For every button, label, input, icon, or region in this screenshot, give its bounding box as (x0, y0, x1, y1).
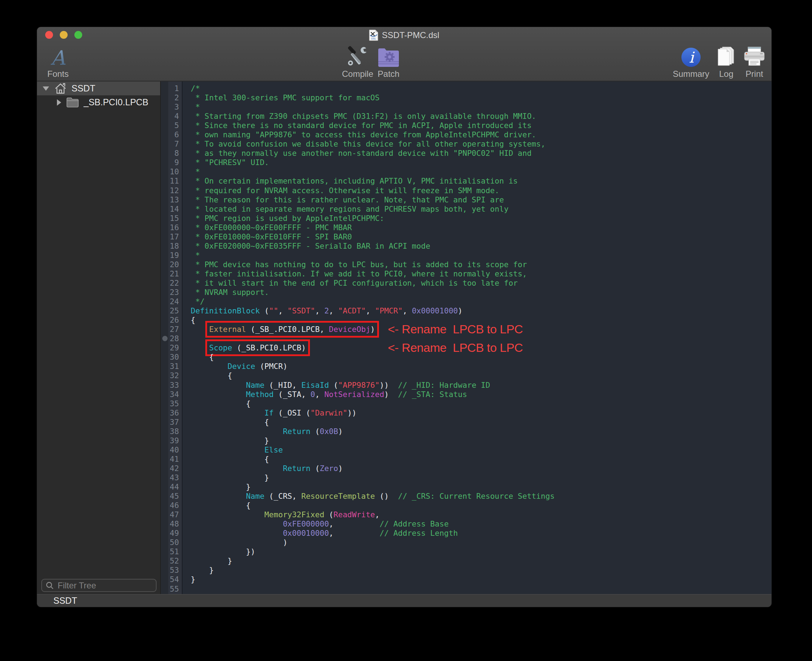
patch-button[interactable]: Patch (360, 43, 417, 79)
code-token: // _STA: Status (398, 390, 467, 399)
code-line[interactable]: 45 Name (_CRS, ResourceTemplate () // _C… (161, 492, 771, 501)
code-text: } (183, 436, 269, 445)
code-line[interactable]: 2 * Intel 300-series PMC support for mac… (161, 93, 771, 102)
line-number: 19 (161, 251, 183, 260)
code-text: Method (_STA, 0, NotSerialized) // _STA:… (183, 390, 467, 399)
code-line[interactable]: 19 * (161, 251, 771, 260)
code-line[interactable]: 55 (161, 584, 771, 594)
code-line[interactable]: 29 Scope (_SB.PCI0.LPCB)<- Rename LPCB t… (161, 343, 771, 353)
code-text: * 0xFE000000~0xFE00FFFF - PMC MBAR (183, 223, 352, 232)
code-line[interactable]: 10 * (161, 167, 771, 176)
code-token: ) (384, 390, 398, 399)
line-number: 37 (161, 418, 183, 427)
code-line[interactable]: 14 * located in separate memory regions … (161, 204, 771, 214)
line-number: 1 (161, 84, 183, 93)
code-line[interactable]: 41 { (161, 455, 771, 464)
code-line[interactable]: 22 * it will start in the end of PCI con… (161, 279, 771, 288)
code-line[interactable]: 43 } (161, 473, 771, 482)
code-line[interactable]: 6 * own naming "APP9876" to access this … (161, 130, 771, 139)
code-token: ) (458, 306, 463, 315)
code-line[interactable]: 51 }) (161, 547, 771, 556)
code-token: * PMC region is used by AppleIntelPCHPMC… (191, 214, 384, 223)
code-line[interactable]: 11 * On certain implementations, includi… (161, 176, 771, 186)
code-line[interactable]: 49 0x00010000, // Address Length (161, 528, 771, 538)
code-line[interactable]: 33 Name (_HID, EisaId ("APP9876")) // _H… (161, 381, 771, 390)
code-line[interactable]: 31 Device (PMCR) (161, 362, 771, 371)
code-text (183, 584, 191, 593)
code-line[interactable]: 42 Return (Zero) (161, 464, 771, 473)
code-line[interactable]: 12 * required for NVRAM access. Otherwis… (161, 186, 771, 195)
code-line[interactable]: 32 { (161, 371, 771, 380)
filter-tree-field[interactable] (41, 579, 157, 592)
code-line[interactable]: 21 * faster initialisation. If we add it… (161, 269, 771, 279)
code-line[interactable]: 30 { (161, 353, 771, 362)
code-text: * "PCHRESV" UID. (183, 158, 269, 167)
code-token: , (315, 306, 324, 315)
code-line[interactable]: 40 Else (161, 445, 771, 455)
print-button[interactable]: Print (726, 43, 771, 79)
sidebar-item-sb-pci0-lpcb[interactable]: _SB.PCI0.LPCB (37, 95, 160, 109)
code-line[interactable]: 20 * PMC device has nothing to do to LPC… (161, 260, 771, 269)
disclosure-closed-icon[interactable] (57, 99, 61, 105)
code-line[interactable]: 5 * Since there is no standard device fo… (161, 121, 771, 130)
code-editor[interactable]: 1/*2 * Intel 300-series PMC support for … (161, 81, 771, 594)
code-line[interactable]: 16 * 0xFE000000~0xFE00FFFF - PMC MBAR (161, 223, 771, 232)
code-line[interactable]: 13 * The reason for this is rather uncle… (161, 195, 771, 204)
code-text: { (183, 418, 269, 426)
code-token: 0x00010000 (283, 528, 329, 538)
code-text: * own naming "APP9876" to access this de… (183, 130, 536, 139)
code-line[interactable]: 25DefinitionBlock ("", "SSDT", 2, "ACDT"… (161, 306, 771, 316)
code-line[interactable]: 15 * PMC region is used by AppleIntelPCH… (161, 214, 771, 223)
fonts-toolbar-button[interactable]: A Fonts (37, 43, 86, 79)
code-token (191, 445, 264, 454)
code-token: EisaId (301, 381, 329, 390)
code-line[interactable]: 39 } (161, 436, 771, 445)
filter-tree-input[interactable] (57, 580, 147, 591)
code-token: 2 (324, 306, 329, 315)
code-line[interactable]: 17 * 0xFE010000~0xFE010FFF - SPI BAR0 (161, 232, 771, 241)
code-line[interactable]: 38 Return (0x0B) (161, 427, 771, 436)
disclosure-open-icon[interactable] (43, 86, 49, 91)
code-text: External (_SB_.PCI0.LPCB, DeviceObj) (183, 325, 375, 334)
code-line[interactable]: 7 * To avoid confusion we disable this d… (161, 139, 771, 149)
code-token: (_HID, (264, 381, 301, 390)
line-number: 54 (161, 575, 183, 584)
code-token: }) (191, 547, 255, 556)
code-text: * required for NVRAM access. Otherwise i… (183, 186, 499, 195)
code-line[interactable]: 35 { (161, 399, 771, 409)
code-line[interactable]: 47 Memory32Fixed (ReadWrite, (161, 510, 771, 519)
code-line[interactable]: 34 Method (_STA, 0, NotSerialized) // _S… (161, 390, 771, 399)
code-line[interactable]: 23 * NVRAM support. (161, 288, 771, 297)
code-line[interactable]: 53 } (161, 566, 771, 575)
code-line[interactable]: 4 * Starting from Z390 chipsets PMC (D31… (161, 112, 771, 121)
code-line[interactable]: 24 */ (161, 297, 771, 306)
code-line[interactable]: 9 * "PCHRESV" UID. (161, 158, 771, 167)
line-number: 32 (161, 371, 183, 380)
code-line[interactable]: 52 } (161, 556, 771, 566)
code-line[interactable]: 37 { (161, 418, 771, 427)
code-token: , (366, 306, 375, 315)
code-token (191, 510, 264, 519)
code-line[interactable]: 36 If (_OSI ("Darwin")) (161, 409, 771, 418)
code-token: Scope (209, 343, 232, 352)
code-token: (_SB_.PCI0.LPCB, (246, 325, 329, 334)
code-line[interactable]: 1/* (161, 84, 771, 93)
code-line[interactable]: 3 * (161, 102, 771, 112)
sidebar-item-ssdt[interactable]: SSDT (37, 81, 160, 95)
code-line[interactable]: 44 } (161, 482, 771, 492)
code-token: NotSerialized (324, 390, 384, 399)
line-number: 44 (161, 482, 183, 492)
code-line[interactable]: 50 ) (161, 538, 771, 547)
code-line[interactable]: 27 External (_SB_.PCI0.LPCB, DeviceObj)<… (161, 325, 771, 334)
code-line[interactable]: 8 * as they normally use another non-sta… (161, 149, 771, 158)
code-token: } (191, 556, 232, 565)
code-line[interactable]: 54} (161, 575, 771, 584)
code-token: )) (380, 381, 398, 390)
home-icon (54, 82, 67, 95)
code-token: } (191, 575, 195, 584)
code-token: 0 (311, 390, 315, 399)
code-token: (_OSI ( (273, 409, 311, 417)
code-line[interactable]: 48 0xFE000000, // Address Base (161, 519, 771, 528)
code-line[interactable]: 18 * 0xFE020000~0xFE035FFF - SerialIo BA… (161, 241, 771, 251)
code-line[interactable]: 46 { (161, 501, 771, 510)
